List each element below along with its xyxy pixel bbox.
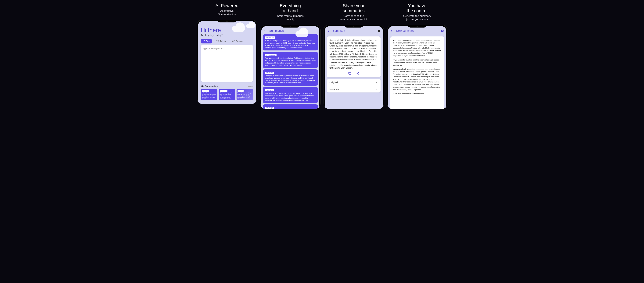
document-icon (203, 40, 205, 42)
timestamp-badge: a moment ago (202, 90, 209, 92)
phone-frame: ⋮ Hi there Anything to jizt today? Text … (197, 19, 257, 104)
chip-label: Twitter (220, 40, 226, 42)
more-menu-icon[interactable]: ⋮ (250, 23, 254, 25)
timestamp-badge: a minute ago (265, 36, 275, 39)
mini-summary-card[interactable]: a moment ago In the first two years of w… (201, 89, 218, 100)
original-expander[interactable]: Original (327, 79, 380, 86)
summary-card[interactable]: a minute ago In the first two years of w… (263, 34, 318, 50)
panel-3: Share your summaries Copy or send the su… (324, 3, 384, 109)
twitter-icon (216, 40, 219, 42)
settings-icon[interactable] (441, 29, 444, 32)
phone-frame: Summary SpaceX will fly its first all-ci… (324, 25, 384, 109)
back-arrow-icon[interactable] (264, 29, 267, 33)
mini-summary-text: In the first two years of working on his… (202, 92, 216, 99)
notch (281, 25, 300, 27)
screen: New summary A tech entrepreneur named Ja… (388, 26, 446, 109)
svg-point-0 (233, 41, 234, 42)
metadata-expander[interactable]: Metadata (327, 86, 380, 92)
greeting-heading: Hi there (201, 27, 253, 33)
summary-content: SpaceX will fly its first all-civilian m… (330, 39, 378, 69)
summary-card[interactable]: 2 hours ago Eelume is a six-meter-long s… (263, 69, 318, 86)
notch (344, 25, 363, 27)
timestamp-badge: 3 days ago (265, 107, 274, 109)
panel-subtitle: Copy or send the summary with one click (340, 14, 368, 21)
paragraph: "This is an important milestone toward (393, 92, 442, 95)
summaries-list: a minute ago In the first two years of w… (262, 34, 319, 109)
paragraph: Isaacman clearly wants to go to space, b… (393, 68, 442, 91)
summary-card[interactable]: 21 minutes ago Elon Musk recently made a… (263, 52, 318, 68)
notch (408, 25, 427, 27)
timestamp-badge: 2 hours ago (238, 90, 244, 92)
chevron-down-icon (375, 88, 378, 91)
mini-summary-card[interactable]: 20 minutes ago Elon Musk recently made a… (219, 89, 235, 100)
chip-twitter[interactable]: Twitter (214, 39, 228, 43)
panel-title: AI Powered (215, 3, 238, 8)
source-text-card[interactable]: A tech entrepreneur named Jared Isaacman… (390, 36, 444, 109)
appbar-title: Summaries (269, 29, 317, 32)
panel-title: You have the control (407, 3, 428, 13)
mini-summary-card[interactable]: 2 hours ago Eelume is a six-meter-long s… (236, 89, 253, 100)
back-arrow-icon[interactable] (390, 29, 394, 33)
summary-card[interactable]: 3 days ago SpaceX will fly its first all… (263, 104, 318, 109)
appbar-title: New summary (396, 29, 438, 32)
summary-card: SpaceX will fly its first all-civilian m… (327, 36, 380, 77)
notch (218, 19, 236, 22)
screen: ⋮ Hi there Anything to jizt today? Text … (198, 21, 256, 104)
prompt-text: Anything to jizt today? (201, 34, 253, 36)
panel-title: Share your summaries (343, 3, 364, 13)
chip-camera[interactable]: Camera (230, 39, 245, 43)
panel-title: Everything at hand (280, 3, 301, 13)
copy-icon[interactable] (348, 72, 352, 75)
share-icon[interactable] (356, 72, 359, 75)
panel-1: AI Powered Abstractive Summarization ⋮ H… (197, 3, 257, 104)
summary-text: Transparent wood is usually created by r… (265, 92, 316, 102)
phone-frame: Summaries a minute ago In the first two … (260, 25, 321, 109)
paragraph: "My passion for aviation and the dream o… (393, 59, 442, 66)
panel-subtitle: Store your summaries locally (277, 14, 304, 21)
input-mode-chips: Text Twitter Camera (201, 39, 253, 43)
chevron-down-icon (375, 81, 378, 84)
text-input[interactable]: Type or paste your text... (201, 45, 253, 82)
chip-text[interactable]: Text (201, 39, 212, 43)
summary-text: Eelume is a six-meter-long snake-like ro… (265, 75, 316, 84)
panel-subtitle: Generate the summary just as you want it (403, 14, 431, 21)
summary-card[interactable]: 2 days ago Transparent wood is usually c… (263, 87, 318, 103)
appbar-title: Summary (333, 29, 375, 32)
paragraph: A tech entrepreneur named Jared Isaacman… (393, 39, 442, 57)
screen: Summary SpaceX will fly its first all-ci… (325, 26, 383, 109)
back-arrow-icon[interactable] (327, 29, 330, 33)
timestamp-badge: 21 minutes ago (265, 54, 277, 56)
mini-summary-text: Elon Musk recently made a debut on Clubh… (220, 92, 234, 99)
panel-4: You have the control Generate the summar… (387, 3, 448, 109)
timestamp-badge: 2 hours ago (265, 72, 274, 74)
delete-icon[interactable] (377, 29, 380, 32)
chip-label: Camera (236, 40, 243, 42)
timestamp-badge: 2 days ago (265, 89, 274, 91)
screen: Summaries a minute ago In the first two … (262, 26, 319, 109)
chip-label: Text (206, 40, 210, 42)
panel-subtitle: Abstractive Summarization (218, 9, 236, 16)
see-all-link[interactable]: See all (248, 85, 253, 87)
summary-text: Elon Musk recently made a debut on Clubh… (265, 57, 316, 66)
expander-label: Original (330, 81, 338, 84)
my-summaries-heading: My Summaries (201, 85, 218, 87)
phone-frame: New summary A tech entrepreneur named Ja… (387, 25, 448, 109)
summary-text: In the first two years of working on his… (265, 39, 316, 49)
timestamp-badge: 20 minutes ago (220, 90, 228, 92)
expand-card: Original Metadata (327, 79, 380, 92)
mini-summaries-row: a moment ago In the first two years of w… (201, 89, 253, 100)
expander-label: Metadata (330, 88, 340, 91)
panel-2: Everything at hand Store your summaries … (260, 3, 321, 109)
mini-summary-text: Eelume is a six-meter-long snake-like ro… (238, 92, 252, 99)
camera-icon (232, 40, 235, 42)
